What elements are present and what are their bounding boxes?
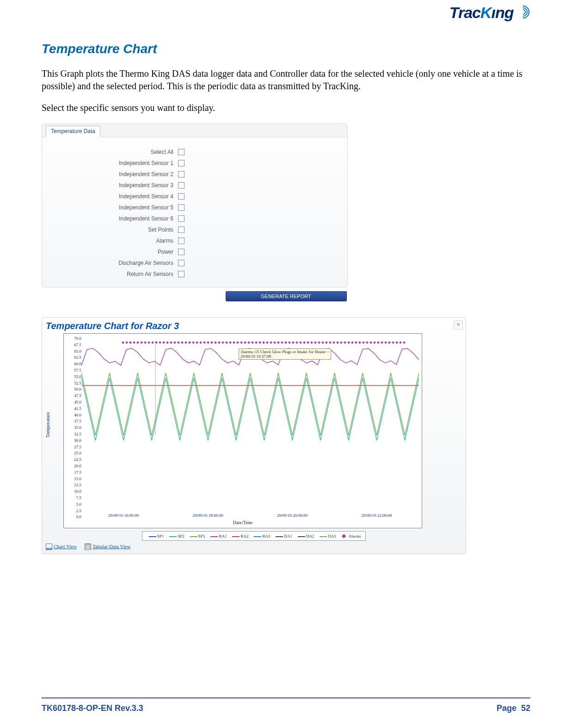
sensor-checkbox[interactable] [178,171,185,177]
svg-rect-59 [340,341,343,344]
sensor-row-4: Independent Sensor 4 [42,191,347,202]
sensor-checkbox[interactable] [178,204,185,211]
svg-rect-15 [177,341,180,344]
sensor-checkbox[interactable] [178,260,185,266]
sensor-label: Independent Sensor 5 [42,204,178,211]
sensor-checkbox[interactable] [178,160,185,166]
logo-text-trac: Trac [449,4,480,21]
svg-rect-27 [221,341,224,344]
sensor-row-5: Independent Sensor 5 [42,202,347,213]
svg-rect-52 [314,341,317,344]
svg-rect-55 [325,341,328,344]
footer-doc-id: TK60178-8-OP-EN Rev.3.3 [42,704,143,713]
view-mode-links: Chart View Tabular Data View [46,544,462,550]
svg-rect-73 [392,341,394,344]
svg-rect-1 [125,341,128,344]
logo-text-ing: ıng [492,4,514,21]
footer-page: Page 52 [497,704,530,713]
svg-rect-13 [170,341,172,344]
plot-area: Alarms::15 Check Glow Plugs or Intake Ai… [81,336,419,510]
brand-logo: TracKıng [449,4,530,22]
wifi-icon [518,4,530,16]
svg-rect-66 [366,341,369,344]
svg-rect-49 [303,341,306,344]
svg-rect-31 [236,341,239,344]
svg-rect-30 [233,341,235,344]
svg-rect-57 [332,341,335,344]
svg-rect-18 [188,341,191,344]
svg-rect-42 [277,341,280,344]
intro-paragraph-2: Select the specific sensors you want to … [42,102,530,114]
sensor-row-2: Independent Sensor 2 [42,169,347,180]
sensor-row-9: Power [42,246,347,257]
svg-rect-19 [192,341,195,344]
sensor-label: Discharge Air Sensors [42,260,178,266]
svg-rect-69 [377,341,380,344]
svg-rect-24 [210,341,213,344]
checkbox-grid: Select AllIndependent Sensor 1Independen… [42,137,347,287]
sensor-row-10: Discharge Air Sensors [42,257,347,269]
sensor-row-6: Independent Sensor 6 [42,213,347,224]
sensor-label: Independent Sensor 2 [42,171,178,177]
svg-rect-60 [344,341,346,344]
sensor-checkbox[interactable] [178,238,185,244]
svg-rect-22 [203,341,206,344]
svg-rect-76 [403,341,406,344]
sensor-checkbox[interactable] [178,226,185,233]
svg-rect-10 [159,341,161,344]
chart-tooltip: Alarms::15 Check Glow Plugs or Intake Ai… [239,349,331,360]
tabular-view-link[interactable]: Tabular Data View [92,544,131,549]
svg-rect-43 [281,341,283,344]
chart-view-icon [46,544,52,550]
svg-rect-3 [133,341,135,344]
sensor-row-1: Independent Sensor 1 [42,158,347,169]
sensor-label: Independent Sensor 3 [42,182,178,189]
svg-rect-58 [336,341,339,344]
svg-rect-63 [355,341,357,344]
sensor-checkbox[interactable] [178,182,185,189]
tab-temperature-data[interactable]: Temperature Data [46,126,100,137]
svg-rect-17 [185,341,187,344]
svg-rect-75 [399,341,402,344]
svg-rect-70 [381,341,383,344]
svg-rect-29 [229,341,232,344]
sensor-row-3: Independent Sensor 3 [42,180,347,191]
svg-rect-5 [140,341,143,344]
svg-rect-53 [318,341,320,344]
sensor-label: Independent Sensor 6 [42,215,178,222]
svg-rect-12 [166,341,169,344]
svg-rect-35 [251,341,254,344]
sensor-label: Power [42,249,178,255]
svg-rect-20 [196,341,198,344]
tooltip-line1: Alarms::15 Check Glow Plugs or Intake Ai… [240,349,329,354]
svg-rect-4 [136,341,139,344]
svg-rect-11 [162,341,165,344]
svg-rect-26 [218,341,221,344]
close-icon[interactable]: × [454,320,463,330]
chart-plot: 70.067.565.062.560.057.555.052.550.047.5… [63,333,422,528]
sensor-checkbox[interactable] [178,149,185,155]
table-view-icon [85,544,91,550]
chart-legend: SP1SP2SP3RA1RA2RA3DA1DA2DA3◆ Alarms [142,531,366,541]
sensor-row-11: Return Air Sensors [42,269,347,280]
sensor-row-0: Select All [42,147,347,158]
temperature-chart-panel: × Temperature Chart for Razor 3 Temperat… [42,317,466,554]
svg-rect-32 [240,341,243,344]
sensor-checkbox[interactable] [178,193,185,200]
svg-rect-44 [284,341,287,344]
sensor-checkbox[interactable] [178,249,185,255]
sensor-checkbox[interactable] [178,271,185,277]
svg-rect-40 [270,341,272,344]
sensor-label: Return Air Sensors [42,271,178,277]
svg-rect-7 [148,341,150,344]
svg-rect-23 [207,341,209,344]
svg-rect-71 [384,341,387,344]
chart-view-link[interactable]: Chart View [54,544,77,549]
svg-rect-0 [122,341,124,344]
svg-rect-36 [255,341,258,344]
sensor-checkbox[interactable] [178,215,185,222]
generate-report-button[interactable]: GENERATE REPORT [226,291,347,301]
svg-rect-28 [225,341,228,344]
sensor-select-panel: Temperature Data Select AllIndependent S… [42,123,348,288]
svg-rect-14 [173,341,176,344]
